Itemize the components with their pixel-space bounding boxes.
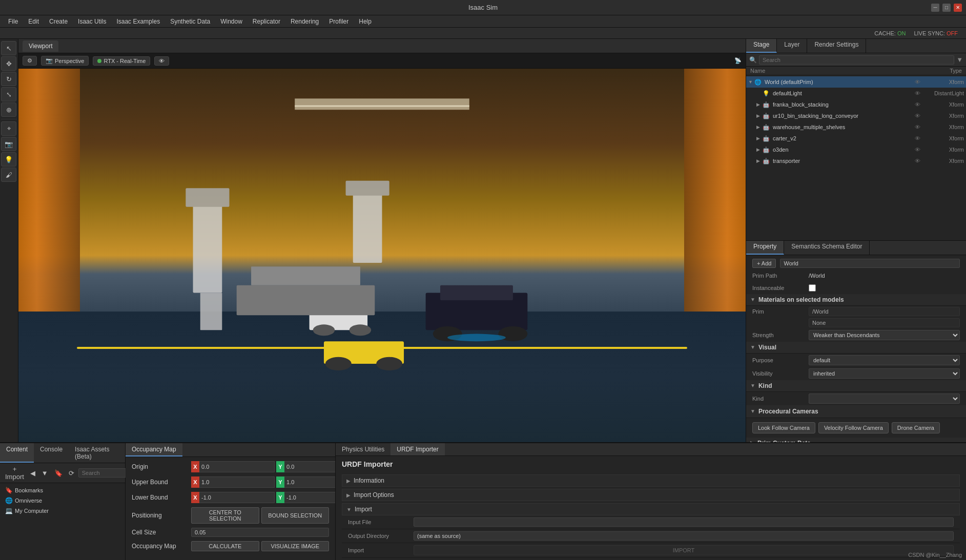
settings-button[interactable]: ⚙	[23, 56, 37, 66]
eye-icon-warehouse[interactable]: 👁	[915, 124, 923, 130]
menu-help[interactable]: Help	[355, 17, 376, 26]
snap-tool-button[interactable]: ⌖	[1, 121, 16, 136]
move-tool-button[interactable]: ✥	[1, 56, 16, 71]
information-header[interactable]: ▶ Information	[342, 474, 960, 487]
drone-camera-button[interactable]: Drone Camera	[892, 422, 940, 433]
close-button[interactable]: ✕	[954, 4, 962, 12]
visualize-image-button[interactable]: VISUALIZE IMAGE	[261, 541, 330, 551]
minimize-button[interactable]: ─	[931, 4, 939, 12]
universal-tool-button[interactable]: ⊕	[1, 102, 16, 117]
svg-rect-1	[295, 98, 469, 110]
light-tool-button[interactable]: 💡	[1, 152, 16, 167]
file-item-omniverse[interactable]: 🌐 Omniverse	[3, 495, 122, 506]
purpose-select[interactable]: default	[809, 355, 960, 365]
output-dir-input[interactable]	[414, 531, 954, 541]
visibility-select[interactable]: inherited	[809, 368, 960, 379]
eye-icon-carter[interactable]: 👁	[915, 135, 923, 141]
tab-stage[interactable]: Stage	[746, 39, 777, 53]
tree-row-o3den[interactable]: ▶ 🤖 o3den 👁 Xform	[746, 144, 966, 155]
tab-isaac-assets[interactable]: Isaac Assets (Beta)	[69, 443, 125, 463]
import-header[interactable]: ▼ Import	[342, 503, 960, 515]
materials-section-header[interactable]: ▼ Materials on selected models	[746, 294, 966, 306]
scale-tool-button[interactable]: ⤡	[1, 87, 16, 101]
bottom-panel: Content Console Isaac Assets (Beta) + Im…	[0, 442, 966, 560]
upper-y-input[interactable]	[284, 476, 335, 488]
kind-section-header[interactable]: ▼ Kind	[746, 380, 966, 392]
menu-isaac-utils[interactable]: Isaac Utils	[74, 17, 110, 26]
visual-section-header[interactable]: ▼ Visual	[746, 342, 966, 354]
tab-urdf-importer[interactable]: URDF Importer	[390, 443, 444, 455]
prim-custom-data-header[interactable]: ▶ Prim Custom Data	[746, 438, 966, 443]
tab-console[interactable]: Console	[34, 443, 69, 463]
tab-occupancy-map[interactable]: Occupancy Map	[126, 443, 182, 457]
perspective-button[interactable]: 📷 Perspective	[41, 56, 89, 66]
viewport-tab[interactable]: Viewport	[23, 40, 58, 52]
tree-row-carter[interactable]: ▶ 🤖 carter_v2 👁 Xform	[746, 133, 966, 144]
center-to-selection-button[interactable]: CENTER TO SELECTION	[191, 507, 259, 524]
input-file-input[interactable]	[414, 517, 954, 527]
tree-row-defaultlight[interactable]: 💡 defaultLight 👁 DistantLight	[746, 88, 966, 99]
eye-icon-o3den[interactable]: 👁	[915, 147, 923, 153]
bookmark-button[interactable]: 🔖	[52, 468, 65, 478]
refresh-button[interactable]: ⟳	[67, 468, 76, 478]
nav-back-button[interactable]: ◀	[28, 468, 37, 478]
maximize-button[interactable]: □	[942, 4, 951, 12]
tab-property[interactable]: Property	[746, 241, 784, 255]
menu-rendering[interactable]: Rendering	[286, 17, 323, 26]
tab-content[interactable]: Content	[0, 443, 34, 463]
file-item-bookmarks[interactable]: 🔖 Bookmarks	[3, 485, 122, 495]
rtx-button[interactable]: RTX - Real-Time	[93, 56, 150, 66]
rotate-tool-button[interactable]: ↻	[1, 72, 16, 86]
tree-row-transporter[interactable]: ▶ 🤖 transporter 👁 Xform	[746, 155, 966, 167]
stage-search-input[interactable]	[759, 55, 954, 65]
tree-row-franka[interactable]: ▶ 🤖 franka_block_stacking 👁 Xform	[746, 99, 966, 110]
select-tool-button[interactable]: ↖	[1, 41, 16, 55]
import-options-header[interactable]: ▶ Import Options	[342, 489, 960, 501]
tab-semantics-schema[interactable]: Semantics Schema Editor	[784, 241, 870, 255]
eye-icon-ur10[interactable]: 👁	[915, 113, 923, 119]
tab-physics-utilities[interactable]: Physics Utilities	[336, 443, 390, 455]
viewport-canvas[interactable]	[18, 69, 746, 442]
menu-edit[interactable]: Edit	[24, 17, 43, 26]
tab-render-settings[interactable]: Render Settings	[807, 39, 866, 53]
eye-icon-transporter[interactable]: 👁	[915, 158, 923, 164]
menu-profiler[interactable]: Profiler	[325, 17, 353, 26]
menu-file[interactable]: File	[4, 17, 22, 26]
tree-row-world[interactable]: ▼ 🌐 World (defaultPrim) 👁 Xform	[746, 76, 966, 88]
origin-x-input[interactable]	[199, 461, 275, 472]
strength-select[interactable]: Weaker than Descendants	[809, 330, 960, 340]
lower-x-input[interactable]	[199, 492, 275, 503]
kind-select[interactable]	[809, 393, 960, 404]
tree-row-ur10[interactable]: ▶ 🤖 ur10_bin_stacking_long_conveyor 👁 Xf…	[746, 110, 966, 121]
tree-row-warehouse[interactable]: ▶ 🤖 warehouse_multiple_shelves 👁 Xform	[746, 121, 966, 133]
import-urdf-button[interactable]: IMPORT	[414, 545, 954, 555]
camera-tool-button[interactable]: 📷	[1, 137, 16, 151]
look-follow-camera-button[interactable]: Look Follow Camera	[752, 422, 815, 433]
lower-y-input[interactable]	[284, 492, 335, 503]
tab-layer[interactable]: Layer	[777, 39, 807, 53]
origin-y-input[interactable]	[284, 461, 335, 472]
calculate-button[interactable]: CALCULATE	[191, 541, 259, 551]
add-button[interactable]: + Add	[752, 259, 776, 268]
eye-icon-defaultlight[interactable]: 👁	[915, 90, 923, 96]
proc-cameras-header[interactable]: ▼ Procedural Cameras	[746, 405, 966, 418]
menu-window[interactable]: Window	[216, 17, 246, 26]
file-item-my-computer[interactable]: 💻 My Computer	[3, 506, 122, 516]
import-button[interactable]: + Import	[3, 464, 26, 482]
menu-synthetic-data[interactable]: Synthetic Data	[166, 17, 214, 26]
eye-button[interactable]: 👁	[154, 56, 169, 66]
menu-create[interactable]: Create	[45, 17, 72, 26]
nav-forward-button[interactable]: ▼	[39, 468, 50, 478]
bound-selection-button[interactable]: BOUND SELECTION	[261, 507, 330, 524]
instanceable-checkbox[interactable]	[809, 284, 816, 292]
eye-icon-franka[interactable]: 👁	[915, 101, 923, 108]
menu-isaac-examples[interactable]: Isaac Examples	[112, 17, 164, 26]
eye-icon-world[interactable]: 👁	[915, 79, 923, 85]
positioning-buttons: CENTER TO SELECTION BOUND SELECTION	[191, 507, 329, 524]
robot-icon-warehouse: 🤖	[763, 124, 771, 131]
upper-x-input[interactable]	[199, 476, 275, 488]
velocity-follow-camera-button[interactable]: Velocity Follow Camera	[818, 422, 889, 433]
menu-replicator[interactable]: Replicator	[249, 17, 284, 26]
cell-size-input[interactable]	[191, 528, 329, 537]
paint-tool-button[interactable]: 🖌	[1, 168, 16, 182]
